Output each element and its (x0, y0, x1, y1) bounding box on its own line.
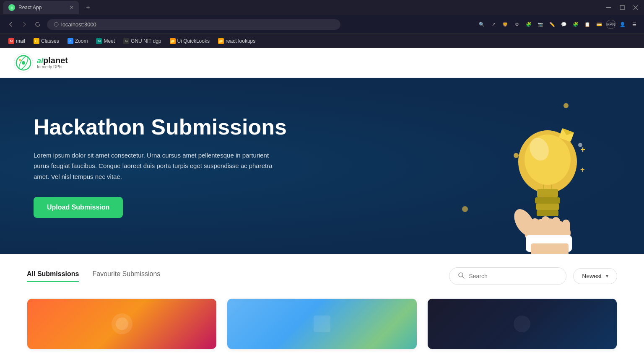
svg-rect-15 (536, 204, 559, 210)
bookmark-favicon-meet: M (96, 38, 102, 44)
svg-point-4 (54, 22, 58, 26)
vpn-icon[interactable]: VPN (606, 20, 615, 29)
ext-4[interactable]: ✏️ (548, 20, 557, 29)
submissions-cards-grid (27, 298, 617, 349)
logo-main-name: planet (43, 56, 68, 65)
card-thumb-graphic-3 (509, 311, 535, 336)
logo-container: aiplanet formerly DPhi (13, 53, 68, 73)
hero-content: Hackathon Submissions Lorem ipsum dolor … (34, 114, 287, 218)
svg-point-28 (578, 143, 582, 147)
address-text: localhost:3000 (61, 21, 96, 28)
maximize-button[interactable] (617, 3, 627, 13)
submission-card-3[interactable] (427, 298, 617, 349)
svg-rect-14 (535, 197, 560, 204)
bookmark-favicon-ui: 📁 (170, 38, 176, 44)
ext-3[interactable]: 📷 (536, 20, 545, 29)
logo-text: aiplanet formerly DPhi (37, 56, 68, 69)
logo-tagline-label: formerly DPhi (37, 65, 68, 69)
hero-title: Hackathon Submissions (34, 114, 287, 140)
search-box (449, 267, 566, 285)
lightbulb-svg: + (480, 111, 598, 254)
tab-favourite-submissions[interactable]: Favourite Submissions (92, 270, 160, 282)
share-ext-icon[interactable]: ↗ (489, 20, 498, 29)
logo-name-label: aiplanet (37, 56, 68, 65)
card-thumbnail-2 (227, 299, 416, 349)
svg-rect-0 (606, 7, 611, 8)
bookmark-favicon-classes: C (34, 38, 39, 44)
bookmark-label-zoom: Zoom (75, 38, 88, 44)
sort-dropdown[interactable]: Newest ▾ (573, 268, 617, 284)
bookmark-label-ui: Ui QuickLooks (177, 38, 210, 44)
refresh-button[interactable] (32, 18, 44, 30)
new-tab-button[interactable]: + (82, 2, 94, 13)
tab-favicon-icon: ⚛ (8, 4, 15, 11)
submission-card-2[interactable] (227, 298, 417, 349)
bookmark-favicon-gnu: G (123, 38, 129, 44)
tab-close-icon[interactable]: ✕ (70, 5, 74, 10)
forward-button[interactable] (18, 18, 30, 30)
hero-decoration-dot-2 (462, 206, 468, 212)
hero-banner: Hackathon Submissions Lorem ipsum dolor … (0, 78, 644, 254)
browser-extensions: 🔍 ↗ 🦁 ⚙ 🧩 📷 ✏️ 💬 🧩 📋 💳 VPN 👤 ☰ (477, 20, 639, 29)
submissions-section: All Submissions Favourite Submissions (0, 254, 644, 362)
card-thumb-graphic-1 (109, 311, 135, 336)
svg-point-8 (22, 61, 26, 65)
address-bar[interactable]: localhost:3000 (47, 19, 340, 30)
profile-icon[interactable]: 👤 (618, 20, 627, 29)
back-button[interactable] (5, 18, 17, 30)
svg-point-35 (116, 318, 128, 330)
bookmark-label-react: react lookups (226, 38, 255, 44)
tabs-container: All Submissions Favourite Submissions (27, 270, 160, 282)
browser-addressbar: localhost:3000 🔍 ↗ 🦁 ⚙ 🧩 📷 ✏️ 💬 🧩 📋 💳 VP… (0, 15, 644, 34)
sort-label: Newest (582, 273, 602, 279)
menu-icon[interactable]: ☰ (630, 20, 639, 29)
card-thumbnail-1 (27, 299, 216, 349)
bookmark-meet[interactable]: M Meet (93, 37, 118, 45)
svg-rect-1 (620, 5, 624, 10)
ext-6[interactable]: 🧩 (571, 20, 580, 29)
brave-ext-icon[interactable]: 🦁 (501, 20, 510, 29)
submission-card-1[interactable] (27, 298, 217, 349)
svg-rect-36 (314, 315, 330, 332)
bookmark-label-gnu: GNU NIT dgp (131, 38, 161, 44)
bookmark-label-meet: Meet (104, 38, 115, 44)
tab-title-label: React App (18, 5, 66, 10)
search-filter-row: Newest ▾ (449, 267, 617, 285)
page-content: aiplanet formerly DPhi Hackathon Submiss… (0, 48, 644, 362)
bookmarks-bar: M mail C Classes Z Zoom M Meet G GNU NIT… (0, 34, 644, 48)
bookmark-classes[interactable]: C Classes (30, 37, 62, 45)
ext-1[interactable]: ⚙ (512, 20, 522, 29)
card-thumb-graphic-2 (309, 311, 335, 336)
bookmark-label-mail: mail (16, 38, 25, 44)
bookmark-zoom[interactable]: Z Zoom (64, 37, 91, 45)
ext-7[interactable]: 📋 (583, 20, 592, 29)
search-ext-icon[interactable]: 🔍 (477, 20, 486, 29)
bookmark-ui[interactable]: 📁 Ui QuickLooks (166, 37, 213, 45)
hero-description: Lorem ipsum dolor sit amet consectetur. … (34, 150, 285, 182)
svg-rect-26 (531, 243, 569, 254)
svg-rect-13 (537, 189, 558, 197)
ext-5[interactable]: 💬 (559, 20, 569, 29)
hero-illustration: + (468, 95, 610, 254)
close-button[interactable] (631, 3, 641, 13)
bookmark-gnu[interactable]: G GNU NIT dgp (120, 37, 164, 45)
upload-submission-button[interactable]: Upload Submission (34, 197, 123, 218)
bookmark-favicon-react: 📁 (218, 38, 224, 44)
bookmark-react[interactable]: 📁 react lookups (215, 37, 259, 45)
logo-prefix: ai (37, 57, 43, 65)
bookmark-favicon-zoom: Z (68, 38, 73, 44)
svg-rect-16 (537, 210, 558, 216)
tab-all-submissions[interactable]: All Submissions (27, 270, 79, 282)
svg-point-27 (514, 153, 519, 158)
ext-2[interactable]: 🧩 (524, 20, 533, 29)
chevron-down-icon: ▾ (606, 273, 608, 279)
logo-svg-icon (13, 53, 34, 73)
minimize-button[interactable] (604, 3, 614, 13)
submissions-tabs-row: All Submissions Favourite Submissions (27, 267, 617, 285)
browser-tab-active[interactable]: ⚛ React App ✕ (3, 1, 79, 14)
ext-8[interactable]: 💳 (595, 20, 604, 29)
window-controls (604, 3, 641, 13)
bookmark-mail[interactable]: M mail (5, 37, 29, 45)
search-input[interactable] (469, 273, 558, 279)
bookmark-favicon-mail: M (8, 38, 14, 44)
